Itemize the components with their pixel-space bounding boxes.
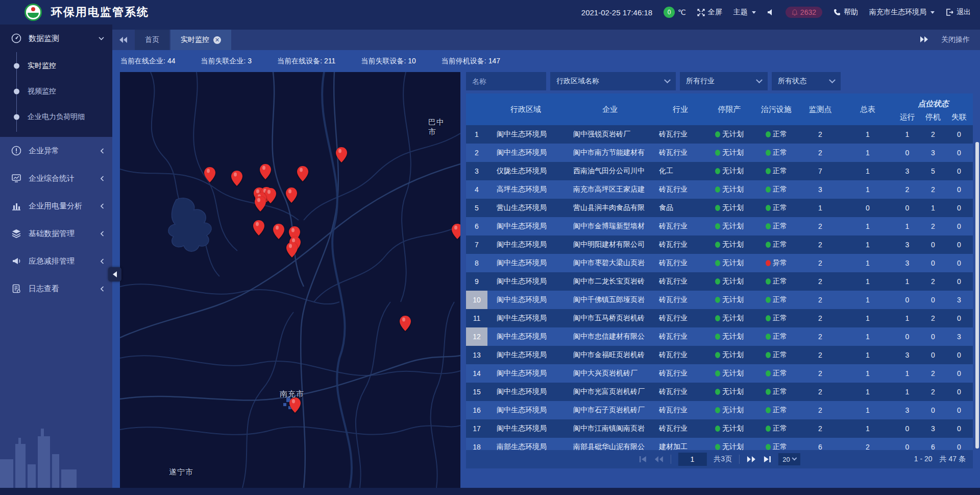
help-button[interactable]: 帮助 [834,8,858,17]
first-page-button[interactable] [639,456,647,463]
map-marker-icon[interactable] [336,147,347,162]
prev-page-button[interactable] [654,456,663,463]
stat-value: 3 [248,57,252,65]
map-marker-icon[interactable] [286,187,297,203]
sidebar-item-企业异常[interactable]: 企业异常 [0,137,112,164]
table-row[interactable]: 11阆中生态环境局阆中市五马桥页岩机砖砖瓦行业无计划正常21120 [466,309,973,327]
status-dot-icon [715,444,720,450]
cell-running: 2 [894,185,921,194]
cell-index: 4 [466,180,487,199]
speaker-icon[interactable] [767,9,774,16]
cell-stopped: 0 [921,406,945,414]
cell-treatment-status: 正常 [754,314,799,323]
last-page-button[interactable] [763,456,771,463]
cell-region: 阆中生态环境局 [487,314,564,323]
table-row[interactable]: 5营山生态环境局营山县润丰肉食品有限食品无计划正常10010 [466,199,973,217]
cell-company: 阆中市金博瑞新型墙材 [564,222,656,231]
table-row[interactable]: 6阆中生态环境局阆中市金博瑞新型墙材砖瓦行业无计划正常21120 [466,217,973,235]
map-marker-icon[interactable] [260,164,271,179]
map-marker-icon[interactable] [452,224,460,239]
sidebar-subitem-企业电力负荷明细[interactable]: 企业电力负荷明细 [0,104,112,130]
map-marker-icon[interactable] [265,188,276,203]
table-row[interactable]: 7阆中生态环境局阆中明阳建材有限公司砖瓦行业无计划正常21300 [466,235,973,254]
theme-dropdown[interactable]: 主题 [733,8,756,17]
close-operations-button[interactable]: 关闭操作 [941,35,970,44]
next-page-button[interactable] [747,456,756,463]
map-marker-icon[interactable] [297,166,308,181]
table-row[interactable]: 1阆中生态环境局阆中强锐页岩砖厂砖瓦行业无计划正常21120 [466,125,973,144]
status-dot-icon [715,389,720,395]
map-collapse-button[interactable] [108,267,121,281]
table-row[interactable]: 13阆中生态环境局阆中市金福旺页岩机砖砖瓦行业无计划正常21300 [466,346,973,364]
cell-treatment-status: 正常 [754,442,799,450]
status-filter-select[interactable]: 所有状态 [772,72,841,90]
map-panel[interactable]: 巴中市南充市遂宁市 [120,72,460,488]
cell-limit-status: 无计划 [705,406,754,415]
region-filter-select[interactable]: 行政区域名称 [550,72,676,90]
tabs-scroll-right-button[interactable] [920,36,928,44]
page-number-input[interactable] [678,453,706,466]
page-scrollbar-thumb[interactable] [975,142,979,449]
cell-industry: 砖瓦行业 [656,314,705,323]
sidebar-item-数据监测[interactable]: 数据监测 [0,25,112,52]
col-treatment: 治污设施 [754,105,799,114]
table-row[interactable]: 4高坪生态环境局南充市高坪区王家店建砖瓦行业无计划正常31220 [466,180,973,199]
notification-badge[interactable]: 2632 [786,7,822,18]
logout-button[interactable]: 退出 [946,8,971,17]
help-label: 帮助 [844,8,858,17]
cell-company: 阆中市二龙长宝页岩砖 [564,277,656,286]
sidebar-item-label: 企业异常 [29,146,93,156]
status-dot-icon [766,150,771,156]
sidebar-item-label: 应急减排管理 [29,256,93,266]
name-filter-input[interactable] [466,72,546,90]
map-marker-icon[interactable] [253,220,264,235]
sidebar-item-基础数据管理[interactable]: 基础数据管理 [0,220,112,247]
table-row[interactable]: 9阆中生态环境局阆中市二龙长宝页岩砖砖瓦行业无计划正常21120 [466,272,973,291]
table-row[interactable]: 12阆中生态环境局阆中市忠信建材有限公砖瓦行业无计划正常21003 [466,327,973,346]
map-marker-icon[interactable] [286,242,298,257]
filter-bar: 行政区域名称 所有行业 所有状态 [466,72,973,90]
layers-icon [11,228,21,239]
sidebar-group: 企业综合统计 [0,164,112,192]
org-dropdown[interactable]: 南充市生态环境局 [869,8,935,17]
bell-icon [792,9,798,16]
table-row[interactable]: 17阆中生态环境局阆中市江南镇阆南页岩砖瓦行业无计划正常21030 [466,419,973,438]
cell-region: 营山生态环境局 [487,203,564,213]
map-marker-icon[interactable] [400,316,411,331]
tab-实时监控[interactable]: 实时监控✕ [170,30,231,50]
table-row[interactable]: 16阆中生态环境局阆中市石子页岩机砖厂砖瓦行业无计划正常21300 [466,401,973,419]
table-row[interactable]: 14阆中生态环境局阆中大兴页岩机砖厂砖瓦行业无计划正常21120 [466,364,973,383]
industry-filter-select[interactable]: 所有行业 [680,72,768,90]
map-marker-icon[interactable] [231,171,242,186]
map-marker-icon[interactable] [273,224,284,239]
table-row[interactable]: 8阆中生态环境局阆中市枣碧大梁山页岩砖瓦行业无计划异常21300 [466,254,973,272]
sidebar-subitem-实时监控[interactable]: 实时监控 [0,53,112,79]
sidebar-item-企业综合统计[interactable]: 企业综合统计 [0,164,112,192]
table-row[interactable]: 2阆中生态环境局阆中市南方节能建材有砖瓦行业无计划正常21030 [466,144,973,162]
tab-close-icon[interactable]: ✕ [213,36,221,44]
cell-region: 阆中生态环境局 [487,387,564,396]
cell-company: 阆中市金福旺页岩机砖 [564,350,656,360]
sidebar-item-应急减排管理[interactable]: 应急减排管理 [0,247,112,275]
page-size-select[interactable]: 20 [778,453,800,465]
cell-index: 16 [466,401,487,419]
table-row[interactable]: 15阆中生态环境局阆中市光富页岩机砖厂砖瓦行业无计划正常21120 [466,383,973,401]
tabs-scroll-left-button[interactable] [112,30,135,50]
sidebar-item-企业用电量分析[interactable]: 企业用电量分析 [0,192,112,220]
col-industry: 行业 [656,105,705,114]
map-marker-icon[interactable] [255,196,266,211]
status-dot-icon [766,389,771,395]
table-row[interactable]: 10阆中生态环境局阆中千佛镇五郎垭页岩砖瓦行业无计划正常21003 [466,291,973,309]
cell-index: 15 [466,383,487,401]
cell-limit-status: 无计划 [705,203,754,213]
cell-company: 阆中市江南镇阆南页岩 [564,424,656,433]
sidebar-item-日志查看[interactable]: 日志查看 [0,275,112,302]
table-row[interactable]: 3仪陇生态环境局西南油气田分公司川中化工无计划正常71350 [466,162,973,180]
tab-首页[interactable]: 首页 [135,30,169,50]
col-group-point-status: 点位状态 [894,99,973,109]
table-row[interactable]: 18南部生态环境局南部县砒华山泥有限公建材加工无计划正常62060 [466,438,973,450]
fullscreen-button[interactable]: 全屏 [697,8,722,17]
map-marker-icon[interactable] [204,167,215,182]
sidebar-subitem-视频监控[interactable]: 视频监控 [0,79,112,104]
map-marker-icon[interactable] [289,397,301,413]
